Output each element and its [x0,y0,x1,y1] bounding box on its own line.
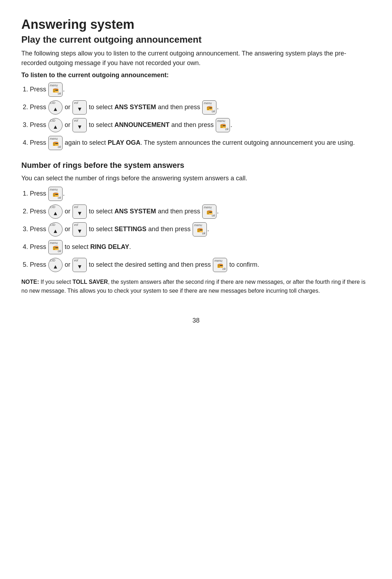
cid-button-2[interactable]: CID▲ [48,118,63,132]
note-text: NOTE: If you select TOLL SAVER, the syst… [21,278,371,296]
ans-system-label-1: ANS SYSTEM [114,103,156,111]
step-2-4: Press menu📻ok to select RING DELAY. [30,240,371,254]
menu-ok-button-9[interactable]: menu📻ok [213,258,227,272]
menu-ok-button-7[interactable]: menu📻ok [193,222,207,237]
toll-saver-label: TOLL SAVER [73,279,108,285]
vol-button-3[interactable]: vol▼ [73,204,87,219]
cid-button-4[interactable]: CID▲ [48,222,63,237]
menu-ok-button-2[interactable]: menu📻ok [202,100,216,115]
section2-heading: Number of rings before the system answer… [21,161,371,170]
step-2-5: Press CID▲ or vol▼ to select the desired… [30,258,371,272]
cid-button-5[interactable]: CID▲ [48,258,63,272]
or-text-3: or [65,208,72,215]
page-title: Answering system [21,17,371,32]
menu-ok-button-4[interactable]: menu📻ok [48,136,63,150]
cid-button-3[interactable]: CID▲ [48,204,63,219]
announcement-label: ANNOUNCEMENT [114,121,170,128]
page-number: 38 [21,317,371,324]
step-2-2: Press CID▲ or vol▼ to select ANS SYSTEM … [30,204,371,219]
vol-button-2[interactable]: vol▼ [73,118,87,132]
or-text-4: or [65,225,72,233]
settings-label: SETTINGS [114,225,146,233]
section2-intro: You can select the number of rings befor… [21,174,371,183]
note-label: NOTE: [21,279,39,285]
ans-system-label-2: ANS SYSTEM [114,208,156,215]
section2-steps: Press menu📻ok. Press CID▲ or vol▼ to sel… [30,187,371,272]
step-2-3: Press CID▲ or vol▼ to select SETTINGS an… [30,222,371,237]
vol-button-1[interactable]: vol▼ [73,100,87,115]
section1-steps: Press menu📻ok. Press CID▲ or vol▼ to sel… [30,83,371,150]
step-1-4: Press menu📻ok again to select PLAY OGA. … [30,136,371,150]
play-oga-label: PLAY OGA [108,139,140,146]
step-1-3: Press CID▲ or vol▼ to select ANNOUNCEMEN… [30,118,371,132]
menu-ok-button-5[interactable]: menu📻ok [48,187,63,201]
step-1-2: Press CID▲ or vol▼ to select ANS SYSTEM … [30,100,371,115]
menu-ok-button-6[interactable]: menu📻ok [202,204,216,219]
menu-ok-button-3[interactable]: menu📻ok [216,118,230,132]
vol-button-4[interactable]: vol▼ [73,222,87,237]
section1-sub-heading: To listen to the current outgoing announ… [21,71,371,79]
or-text-5: or [65,261,72,268]
or-text-2: or [65,121,72,128]
menu-ok-button-1[interactable]: menu📻ok [48,83,63,97]
section1-intro: The following steps allow you to listen … [21,49,371,68]
or-text-1: or [65,103,72,111]
ring-delay-label: RING DELAY [90,243,129,250]
vol-button-5[interactable]: vol▼ [73,258,87,272]
step-2-1: Press menu📻ok. [30,187,371,201]
step-1-1: Press menu📻ok. [30,83,371,97]
menu-ok-button-8[interactable]: menu📻ok [48,240,63,254]
section1-heading: Play the current outgoing announcement [21,34,371,45]
cid-button-1[interactable]: CID▲ [48,100,63,115]
